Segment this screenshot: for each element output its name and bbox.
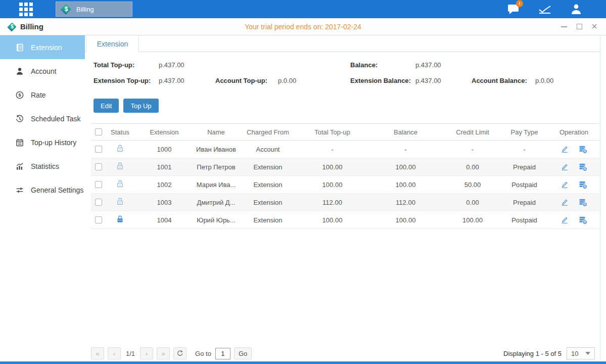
column-header-operation: Operation [548, 124, 599, 141]
svg-text:$: $ [584, 185, 586, 188]
sidebar-item-extension[interactable]: Extension [0, 35, 85, 59]
user-account-icon[interactable] [569, 3, 584, 16]
cell-credit-limit: - [445, 141, 500, 158]
cell-credit-limit: 0.00 [445, 194, 500, 211]
edit-button[interactable]: Edit [94, 99, 119, 113]
top-up-row-icon[interactable]: $ [578, 180, 588, 190]
statistics-icon [15, 162, 24, 171]
cell-pay-type: Prepaid [500, 194, 548, 211]
svg-text:$: $ [584, 167, 586, 170]
account-topup-label: Account Top-up: [215, 77, 267, 84]
top-up-button[interactable]: Top Up [123, 99, 158, 113]
app-launcher-icon[interactable] [19, 3, 33, 16]
sidebar-item-account[interactable]: Account [0, 59, 85, 83]
table-row: 1004 Юрий Юрь... Extension 100.00 100.00… [91, 211, 599, 229]
top-up-row-icon[interactable]: $ [578, 215, 588, 225]
close-icon[interactable]: ✕ [591, 23, 598, 30]
cell-balance: 100.00 [366, 158, 445, 176]
lock-open-icon [116, 200, 124, 207]
cell-pay-type: Postpaid [500, 176, 548, 194]
cell-name: Мария Ива... [195, 176, 238, 194]
reports-chart-icon[interactable] [537, 3, 552, 16]
row-checkbox[interactable] [95, 146, 102, 153]
cell-charged-from: Extension [238, 176, 298, 194]
main-content: Extension Total Top-up: p.437.00 Balance… [85, 35, 606, 364]
cell-credit-limit: 0.00 [445, 158, 500, 176]
cell-charged-from: Extension [238, 158, 298, 176]
account-balance-value: p.0.00 [535, 77, 553, 84]
refresh-icon[interactable] [173, 347, 187, 359]
next-page-button[interactable]: › [140, 347, 153, 359]
tab-extension[interactable]: Extension [86, 35, 139, 52]
edit-row-icon[interactable] [560, 162, 569, 171]
window-title-text: Billing [20, 22, 43, 31]
sidebar-item-label: Scheduled Task [31, 115, 81, 123]
row-checkbox[interactable] [95, 216, 102, 223]
edit-row-icon[interactable] [560, 145, 569, 154]
sidebar-item-label: Rate [31, 91, 46, 99]
last-page-button[interactable]: » [157, 347, 170, 359]
select-all-checkbox[interactable] [95, 128, 102, 135]
sidebar-item-rate[interactable]: $ Rate [0, 83, 85, 107]
edit-row-icon[interactable] [560, 215, 569, 224]
sidebar-item-label: General Settings [31, 186, 83, 194]
row-checkbox[interactable] [95, 181, 102, 188]
cell-pay-type: - [500, 141, 548, 158]
topup-history-icon [15, 138, 24, 147]
pagination-bar: « ‹ 1/1 › » Go to Go Displaying 1 - 5 of… [91, 347, 595, 360]
displaying-range-text: Displaying 1 - 5 of 5 [503, 350, 562, 357]
lock-open-icon [116, 164, 124, 172]
row-checkbox[interactable] [95, 163, 102, 170]
billing-app-window: $ Billing ! [0, 0, 606, 364]
cell-name: Петр Петров [195, 158, 238, 176]
total-topup-value: p.437.00 [159, 61, 184, 69]
sidebar-item-label: Account [31, 67, 57, 75]
scheduled-task-icon [15, 114, 24, 123]
edit-row-icon[interactable] [560, 198, 569, 207]
top-up-row-icon[interactable]: $ [578, 162, 588, 172]
cell-pay-type: Prepaid [500, 158, 548, 176]
row-checkbox[interactable] [95, 199, 102, 206]
extension-topup-label: Extension Top-up: [94, 77, 151, 84]
column-header-pay-type: Pay Type [500, 124, 548, 141]
maximize-icon[interactable] [576, 23, 583, 30]
page-size-value: 10 [571, 350, 578, 357]
edit-row-icon[interactable] [560, 180, 569, 189]
sidebar-item-general-settings[interactable]: General Settings [0, 178, 85, 202]
table-header-row: Status Extension Name Charged From Total… [91, 124, 599, 141]
column-header-name: Name [195, 124, 238, 141]
sidebar-item-scheduled-task[interactable]: Scheduled Task [0, 107, 85, 130]
billing-app-icon: $ [60, 3, 72, 15]
prev-page-button[interactable]: ‹ [108, 347, 121, 359]
sidebar-item-topup-history[interactable]: Top-up History [0, 130, 85, 154]
extension-balance-label: Extension Balance: [350, 77, 411, 84]
top-up-row-icon[interactable]: $ [578, 198, 588, 207]
page-size-select[interactable]: 10 [567, 347, 595, 359]
column-header-charged-from: Charged From [238, 124, 298, 141]
trial-notice: Your trial period ends on: 2017-02-24 [245, 23, 361, 31]
notifications-icon[interactable]: ! [506, 3, 521, 16]
first-page-button[interactable]: « [91, 347, 104, 359]
go-button[interactable]: Go [234, 347, 252, 359]
cell-extension: 1001 [134, 158, 195, 176]
taskbar-tab-billing[interactable]: $ Billing [56, 2, 132, 17]
minimize-icon[interactable] [561, 23, 568, 30]
cell-balance: 100.00 [366, 176, 445, 194]
rate-icon: $ [15, 90, 24, 100]
account-topup-value: p.0.00 [278, 77, 296, 84]
sidebar-item-statistics[interactable]: Statistics [0, 154, 85, 178]
svg-text:$: $ [18, 93, 21, 98]
window-bottom-edge [0, 361, 606, 364]
cell-extension: 1000 [134, 141, 195, 158]
cell-total-topup: 112.00 [298, 194, 366, 211]
table-row: 1000 Иван Иванов Account - - - - $ [91, 141, 599, 158]
column-header-total-topup: Total Top-up [298, 124, 366, 141]
goto-page-input[interactable] [215, 348, 230, 359]
top-up-row-icon[interactable]: $ [578, 145, 588, 154]
cell-total-topup: 100.00 [298, 211, 366, 229]
table-row: 1002 Мария Ива... Extension 100.00 100.0… [91, 176, 599, 194]
cell-extension: 1004 [134, 211, 195, 229]
extension-icon [15, 43, 24, 52]
page-indicator: 1/1 [126, 350, 135, 357]
topbar: $ Billing ! [0, 0, 606, 18]
